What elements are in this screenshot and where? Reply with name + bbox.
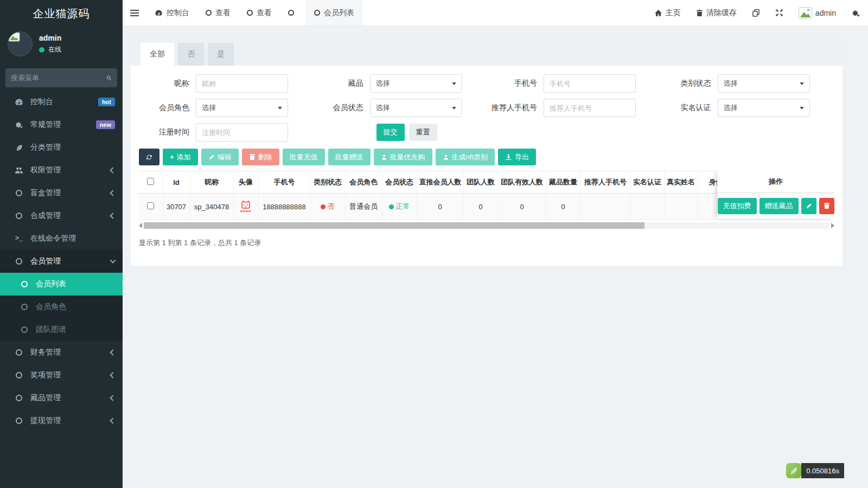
column-header-referrer-phone[interactable]: 推荐人手机号 [580,171,630,194]
tab-view-1[interactable]: 查看 [197,0,239,25]
sidebar-item-label: 团队图谱 [36,325,115,335]
copy-page-button[interactable] [744,0,768,25]
tab-view-2[interactable]: 查看 [239,0,280,25]
column-header-collection-count[interactable]: 藏品数量 [546,171,580,194]
cell-id: 30707 [163,194,190,220]
sidebar-item-awards[interactable]: 奖项管理 [0,364,123,387]
row-delete-button[interactable] [819,198,834,214]
batch-recharge-button[interactable]: 批量充值 [283,149,325,165]
refresh-button[interactable] [139,149,159,165]
column-header-realname-auth[interactable]: 实名认证 [630,171,664,194]
scrollbar-track[interactable] [144,222,829,229]
sidebar-item-synthesis[interactable]: 合成管理 [0,204,123,227]
select-all-checkbox[interactable] [147,178,154,185]
user-avatar[interactable] [8,31,33,56]
cell-avatar[interactable] [233,194,258,220]
filter-tab-no[interactable]: 否 [178,43,204,66]
tab-blank[interactable] [280,0,306,25]
cell-phone: 18888888888 [258,194,310,220]
generate-nft-button[interactable]: 生成nft类别 [436,149,495,165]
register-time-input[interactable] [196,123,288,142]
filter-tab-all[interactable]: 全部 [141,43,174,66]
submit-button[interactable]: 提交 [376,124,405,141]
sidebar-item-member-role[interactable]: 会员角色 [0,296,123,318]
sidebar-item-online-command[interactable]: >_ 在线命令管理 [0,227,123,250]
sidebar-item-label: 常规管理 [30,120,96,130]
menu-search[interactable] [5,68,117,87]
settings-menu[interactable] [844,0,868,25]
chevron-left-icon [110,190,116,196]
sidebar-item-team-graph[interactable]: 团队图谱 [0,318,123,341]
tab-dashboard[interactable]: 控制台 [146,0,197,25]
sidebar-item-label: 会员列表 [36,279,115,289]
nickname-input[interactable] [196,74,288,93]
cat-avatar-image [240,201,252,213]
sidebar-item-permissions[interactable]: 权限管理 [0,159,123,182]
gift-collection-button[interactable]: 赠送藏品 [760,198,799,214]
sidebar-item-member-list[interactable]: 会员列表 [0,273,123,296]
sidebar-item-finance[interactable]: 财务管理 [0,341,123,364]
column-header-nickname[interactable]: 昵称 [190,171,233,194]
sidebar-item-label: 合成管理 [30,211,111,221]
column-header-team-count[interactable]: 团队人数 [463,171,498,194]
scroll-right-arrow[interactable] [831,223,834,228]
sidebar-toggle-button[interactable] [123,0,146,25]
edit-button[interactable]: 编辑 [201,149,239,165]
phone-input[interactable] [544,74,636,93]
delete-button[interactable]: 删除 [242,149,279,165]
member-status-select[interactable]: 选择 [370,99,462,117]
cell-realname-auth [630,194,664,220]
filter-tab-yes[interactable]: 是 [208,43,234,66]
search-icon[interactable] [106,74,112,82]
sidebar-item-withdrawal[interactable]: 提现管理 [0,409,123,432]
thinkphp-logo-icon[interactable] [786,463,801,478]
batch-gift-button[interactable]: 批量赠送 [328,149,371,165]
sidebar-item-label: 会员管理 [30,256,111,266]
column-header-team-valid[interactable]: 团队有效人数 [498,171,546,194]
referrer-phone-label: 推荐人手机号 [487,103,544,113]
member-role-select[interactable]: 选择 [196,99,288,117]
sidebar-item-collections[interactable]: 藏品管理 [0,387,123,409]
category-status-select[interactable]: 选择 [718,74,810,93]
home-link[interactable]: 主页 [647,0,688,25]
cell-team-valid: 0 [498,194,546,220]
column-header-phone[interactable]: 手机号 [258,171,310,194]
collection-select[interactable]: 选择 [370,74,462,93]
realname-select[interactable]: 选择 [718,99,810,117]
sidebar-item-dashboard[interactable]: 控制台 hot [0,91,123,113]
reset-button[interactable]: 重置 [409,124,437,141]
sidebar-item-category[interactable]: 分类管理 [0,136,123,159]
sidebar-item-general[interactable]: 常规管理 new [0,113,123,136]
menu-search-input[interactable] [11,74,106,82]
sidebar-item-member-management[interactable]: 会员管理 [0,250,123,273]
sidebar-item-label: 藏品管理 [30,393,111,403]
fullscreen-button[interactable] [768,0,791,25]
sidebar-item-label: 在线命令管理 [30,234,115,243]
column-header-category-status[interactable]: 类别状态 [310,171,345,194]
user-name: admin [39,34,61,42]
cell-realname [664,194,698,220]
batch-priority-button[interactable]: 批量优先购 [374,149,432,165]
sidebar-item-blindbox[interactable]: 盲盒管理 [0,182,123,204]
circle-icon [13,213,25,219]
add-button[interactable]: + 添加 [163,149,198,165]
column-header-avatar[interactable]: 头像 [233,171,258,194]
row-checkbox[interactable] [147,202,154,209]
column-header-realname[interactable]: 真实姓名 [664,171,698,194]
user-icon [443,154,449,160]
scrollbar-thumb[interactable] [144,222,644,229]
clear-cache-button[interactable]: 清除缓存 [688,0,744,25]
tab-member-list[interactable]: 会员列表 [306,0,362,25]
status-dot-green [389,204,394,209]
user-menu[interactable]: admin [791,0,844,25]
column-header-id[interactable]: Id [163,171,190,194]
column-header-member-role[interactable]: 会员角色 [345,171,382,194]
recharge-deduct-button[interactable]: 充值扣费 [718,198,757,214]
gears-icon [851,9,860,17]
column-header-direct-members[interactable]: 直推会员人数 [417,171,463,194]
scroll-left-arrow[interactable] [139,223,142,228]
row-edit-button[interactable] [801,198,816,214]
referrer-phone-input[interactable] [544,99,636,117]
column-header-member-status[interactable]: 会员状态 [382,171,417,194]
export-button[interactable]: 导出 [498,149,536,165]
